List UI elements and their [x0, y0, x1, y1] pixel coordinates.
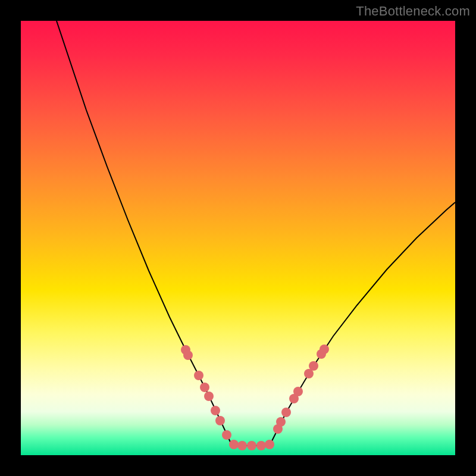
highlight-dot: [200, 383, 209, 392]
watermark-text: TheBottleneck.com: [356, 4, 470, 19]
highlight-dot: [256, 441, 266, 450]
highlight-dot: [237, 441, 247, 450]
curve-left: [57, 21, 231, 443]
curve-right: [271, 202, 455, 443]
dots-group: [181, 345, 329, 450]
curve-svg: [21, 21, 455, 455]
highlight-dot: [247, 441, 256, 450]
chart-frame: TheBottleneck.com: [0, 0, 476, 476]
plot-area: [21, 21, 455, 455]
highlight-dot: [309, 361, 318, 371]
highlight-dot: [183, 350, 193, 360]
highlight-dot: [211, 406, 220, 415]
highlight-dot: [229, 440, 239, 449]
highlight-dot: [276, 417, 286, 427]
highlight-dot: [281, 408, 291, 417]
highlight-dot: [265, 440, 274, 449]
highlight-dot: [222, 430, 231, 440]
highlight-dot: [215, 416, 225, 425]
highlight-dot: [204, 392, 214, 401]
highlight-dot: [320, 345, 329, 354]
highlight-dot: [194, 371, 203, 380]
highlight-dot: [293, 387, 303, 396]
